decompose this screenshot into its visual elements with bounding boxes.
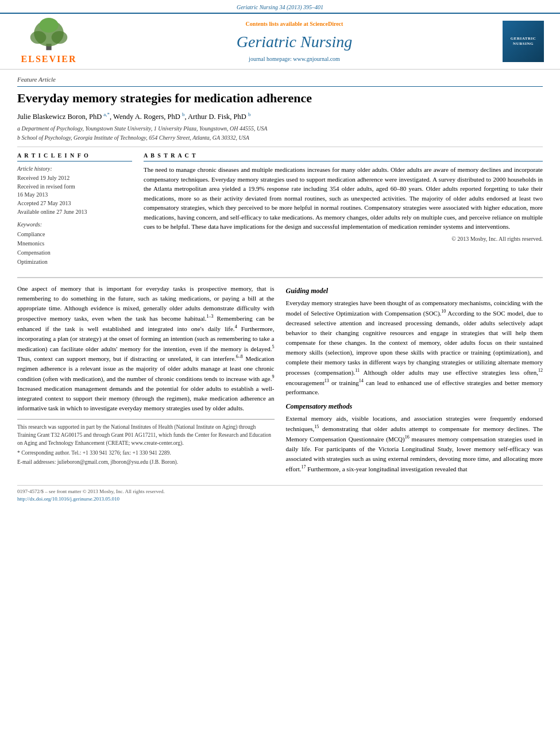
body-divider	[17, 277, 543, 278]
keywords-block: Keywords: Compliance Mnemonics Compensat…	[17, 221, 132, 267]
affiliation-b: b School of Psychology, Georgia Institut…	[17, 134, 543, 142]
elsevier-logo: ELSEVIER	[11, 17, 86, 66]
compensatory-methods-text: External memory aids, visible locations,…	[286, 414, 543, 474]
accepted-date: Accepted 27 May 2013	[17, 199, 132, 207]
sciencedirect-brand[interactable]: ScienceDirect	[310, 21, 343, 27]
keyword-compliance: Compliance	[17, 230, 132, 239]
history-label: Article history:	[17, 165, 132, 173]
body-left-column: One aspect of memory that is important f…	[17, 284, 275, 478]
doi-link[interactable]: http://dx.doi.org/10.1016/j.gerinurse.20…	[17, 496, 119, 502]
article-history-block: Article history: Received 19 July 2012 R…	[17, 165, 132, 216]
affiliation-a: a Department of Psychology, Youngstown S…	[17, 125, 543, 133]
keyword-compensation: Compensation	[17, 248, 132, 257]
elsevier-wordmark: ELSEVIER	[21, 53, 77, 66]
article-info-heading: A R T I C L E I N F O	[17, 152, 132, 161]
homepage-link: journal homepage: www.gnjournal.com	[86, 55, 503, 63]
footnote-corresponding: * Corresponding author. Tel.: +1 330 941…	[17, 449, 275, 457]
guiding-model-text: Everyday memory strategies have been tho…	[286, 298, 543, 397]
sciencedirect-link: Contents lists available at ScienceDirec…	[86, 20, 503, 28]
svg-point-3	[52, 31, 68, 44]
abstract-column: A B S T R A C T The need to manage chron…	[144, 152, 543, 271]
body-para-1: One aspect of memory that is important f…	[17, 284, 275, 413]
journal-banner: ELSEVIER Contents lists available at Sci…	[0, 14, 560, 70]
top-header: Geriatric Nursing 34 (2013) 395–401	[0, 0, 560, 14]
homepage-url[interactable]: www.gnjournal.com	[293, 56, 340, 62]
journal-title: Geriatric Nursing	[86, 30, 503, 53]
revised-date: Received in revised form16 May 2013	[17, 183, 132, 199]
svg-point-2	[30, 31, 47, 44]
divider	[17, 147, 543, 147]
abstract-heading: A B S T R A C T	[144, 152, 543, 161]
body-right-column: Guiding model Everyday memory strategies…	[286, 284, 543, 478]
footnote-section: This research was supported in part by t…	[17, 419, 275, 466]
available-date: Available online 27 June 2013	[17, 208, 132, 216]
authors-line: Julie Blaskewicz Boron, PhD a,*, Wendy A…	[17, 111, 543, 122]
issn-line: 0197-4572/$ – see front matter © 2013 Mo…	[17, 488, 543, 495]
svg-point-4	[39, 18, 58, 33]
journal-logo-box: GERIATRIC NURSING	[503, 21, 544, 62]
elsevier-tree-icon	[20, 17, 78, 52]
compensatory-methods-title: Compensatory methods	[286, 402, 543, 411]
body-columns: One aspect of memory that is important f…	[17, 284, 543, 478]
elsevier-logo-area: ELSEVIER	[11, 17, 86, 66]
abstract-text: The need to manage chronic diseases and …	[144, 165, 543, 232]
journal-logo-box-area: GERIATRIC NURSING	[503, 21, 549, 62]
article-info-column: A R T I C L E I N F O Article history: R…	[17, 152, 132, 271]
footnote-funding: This research was supported in part by t…	[17, 423, 275, 448]
received-date: Received 19 July 2012	[17, 174, 132, 182]
article-title: Everyday memory strategies for medicatio…	[17, 90, 543, 107]
guiding-model-title: Guiding model	[286, 286, 543, 296]
feature-article-label: Feature Article	[17, 75, 543, 86]
footnote-email: E-mail addresses: julieboron@gmail.com, …	[17, 458, 275, 466]
keyword-mnemonics: Mnemonics	[17, 239, 132, 248]
journal-reference: Geriatric Nursing 34 (2013) 395–401	[0, 3, 560, 11]
banner-center: Contents lists available at ScienceDirec…	[86, 20, 503, 63]
copyright-line: © 2013 Mosby, Inc. All rights reserved.	[144, 235, 543, 243]
keywords-label: Keywords:	[17, 221, 132, 229]
bottom-bar: 0197-4572/$ – see front matter © 2013 Mo…	[17, 485, 543, 502]
article-info-abstract: A R T I C L E I N F O Article history: R…	[17, 152, 543, 271]
keywords-list: Compliance Mnemonics Compensation Optimi…	[17, 230, 132, 267]
main-content: Feature Article Everyday memory strategi…	[0, 70, 560, 508]
keyword-optimization: Optimization	[17, 257, 132, 267]
doi-line: http://dx.doi.org/10.1016/j.gerinurse.20…	[17, 495, 543, 503]
